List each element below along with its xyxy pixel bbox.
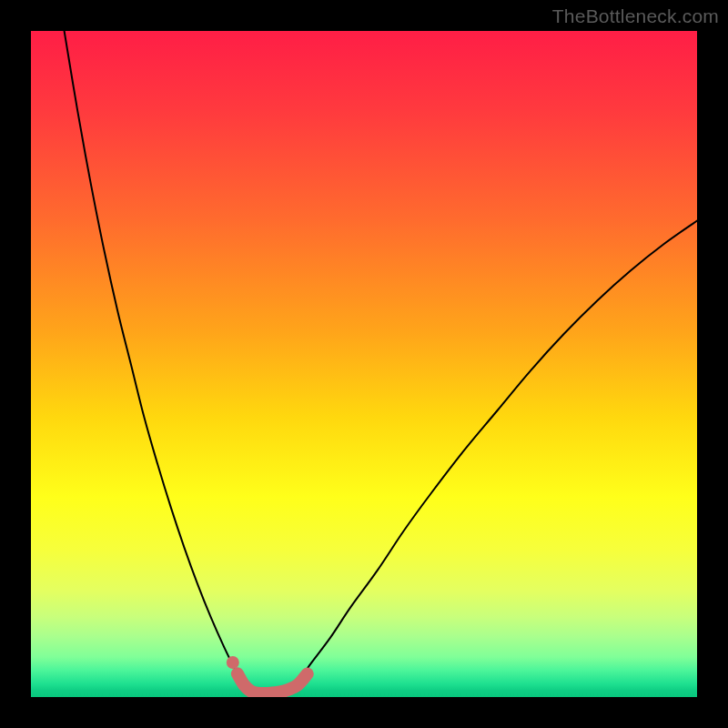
series-top-dot [227, 656, 239, 669]
plot-area [31, 31, 697, 697]
watermark-text: TheBottleneck.com [552, 5, 719, 27]
chart-frame: TheBottleneck.com [0, 0, 728, 728]
series-right-curve [298, 221, 697, 682]
chart-svg [31, 31, 697, 697]
series-bottom-band [238, 673, 308, 693]
series-left-curve [65, 31, 245, 682]
